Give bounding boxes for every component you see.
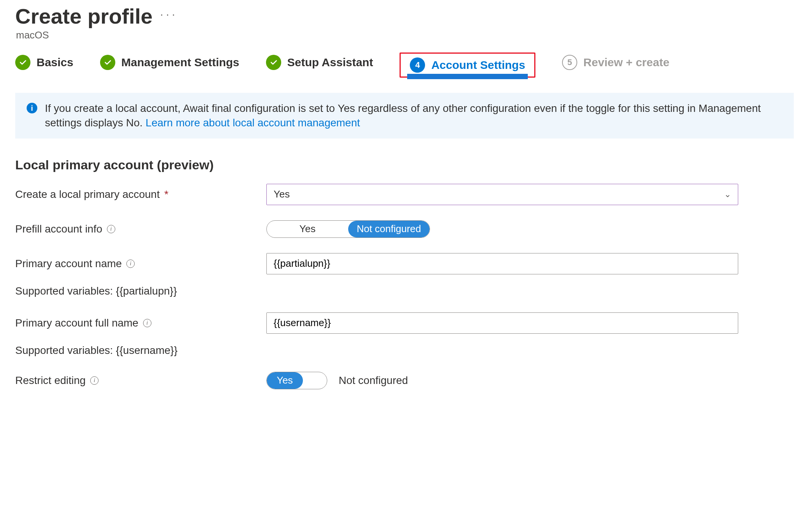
info-icon[interactable]: i [143,319,151,327]
required-asterisk: * [164,188,169,201]
primary-full-hint: Supported variables: {{username}} [15,344,178,357]
check-icon [266,55,281,70]
restrict-toggle-yes[interactable]: Yes [267,372,303,389]
prefill-label: Prefill account info [15,223,102,235]
step-label: Basics [37,56,73,69]
info-icon: i [27,103,37,113]
active-step-underline [407,74,528,79]
prefill-toggle[interactable]: Yes Not configured [266,220,430,238]
create-local-select[interactable]: Yes ⌄ [266,184,738,205]
page-title: Create profile [15,4,153,29]
info-icon[interactable]: i [90,376,99,385]
step-label: Setup Assistant [287,56,373,69]
restrict-toggle[interactable]: Yes [266,372,327,389]
primary-name-label: Primary account name [15,258,122,270]
section-heading: Local primary account (preview) [15,158,794,172]
primary-name-input[interactable] [266,253,738,274]
step-management-settings[interactable]: Management Settings [100,55,239,75]
page-subtitle: macOS [16,29,794,41]
wizard-steps: Basics Management Settings Setup Assista… [15,53,794,78]
step-number-icon: 5 [562,55,577,70]
info-banner: i If you create a local account, Await f… [15,93,794,139]
learn-more-link[interactable]: Learn more about local account managemen… [146,117,360,129]
check-icon [15,55,30,70]
restrict-label: Restrict editing [15,374,86,387]
prefill-toggle-not-configured[interactable]: Not configured [348,221,430,237]
step-label: Management Settings [121,56,239,69]
step-review-create[interactable]: 5 Review + create [562,55,669,75]
step-setup-assistant[interactable]: Setup Assistant [266,55,373,75]
primary-full-input[interactable] [266,312,738,334]
prefill-toggle-yes[interactable]: Yes [267,221,348,237]
restrict-toggle-spacer[interactable] [303,372,327,389]
info-icon[interactable]: i [107,225,115,233]
step-label: Account Settings [431,59,525,72]
info-icon[interactable]: i [126,260,135,268]
check-icon [100,55,115,70]
step-number-icon: 4 [410,57,425,73]
step-label: Review + create [583,56,669,69]
primary-name-hint: Supported variables: {{partialupn}} [15,285,177,297]
primary-full-label: Primary account full name [15,317,139,329]
restrict-not-configured-label: Not configured [339,374,408,387]
more-actions-button[interactable]: · · · [160,8,175,21]
step-basics[interactable]: Basics [15,55,73,75]
chevron-down-icon: ⌄ [724,190,731,199]
select-value: Yes [274,188,290,200]
create-local-label: Create a local primary account [15,188,160,201]
